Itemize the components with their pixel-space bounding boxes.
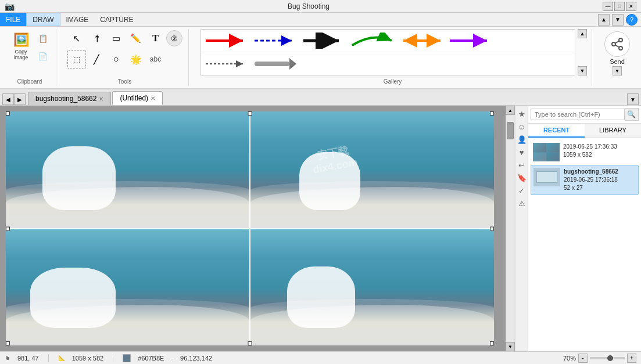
maximize-button[interactable]: □ xyxy=(614,2,625,11)
tab2-close[interactable]: ✕ xyxy=(151,95,155,102)
right-icons-panel: ★ ☺ 👤 ♥ ↩ 🔖 ✓ ⚠ xyxy=(515,106,528,351)
tab-bar: ◀ ▶ bugshooting_58662 ✕ (Untitled) ✕ ▼ xyxy=(0,89,641,106)
svg-line-12 xyxy=(615,41,619,44)
purple-arrow[interactable] xyxy=(447,33,494,49)
title-bar: 📷 Bug Shooting — □ ✕ xyxy=(0,0,641,13)
image-cell-4 xyxy=(250,229,494,346)
tab-dropdown-button[interactable]: ▼ xyxy=(627,93,639,105)
orange-double-arrow[interactable] xyxy=(399,33,445,49)
svg-point-8 xyxy=(619,38,622,42)
vertical-scrollbar: ▲ ▼ xyxy=(506,106,515,351)
color-rgb: 96,123,142 xyxy=(180,355,212,362)
scroll-down-button[interactable]: ▼ xyxy=(506,342,515,351)
library-tab[interactable]: LIBRARY xyxy=(585,124,641,138)
clipboard-extra-button[interactable]: 📄 xyxy=(35,48,51,64)
number-tool-button[interactable]: ② xyxy=(166,30,182,46)
zoom-out-button[interactable]: - xyxy=(578,354,588,363)
menu-file[interactable]: FILE xyxy=(0,13,26,26)
person-icon[interactable]: 👤 xyxy=(516,134,528,145)
zoom-slider[interactable] xyxy=(590,357,625,359)
handle-ml[interactable] xyxy=(6,226,10,230)
copy-image-button[interactable]: 🖼️ Copy image xyxy=(8,29,34,64)
arrow-style-8[interactable] xyxy=(252,56,299,72)
image-dimensions: 1059 x 582 xyxy=(72,355,103,362)
bookmark-icon[interactable]: 🔖 xyxy=(516,172,528,183)
status-sep-1 xyxy=(48,354,49,362)
tools-row-1: ↖ ↗ ▭ ✏️ T ② xyxy=(67,29,182,48)
tab1-close[interactable]: ✕ xyxy=(99,96,103,102)
search-button[interactable]: 🔍 xyxy=(625,108,639,121)
zoom-in-button[interactable]: + xyxy=(627,354,636,363)
clipboard-group: 🖼️ Copy image 📋 📄 Clipboard xyxy=(3,29,56,86)
send-button[interactable] xyxy=(604,31,630,57)
gallery-label: Gallery xyxy=(384,78,402,85)
gallery-arrows-area xyxy=(200,29,575,75)
tab-scroll-left[interactable]: ◀ xyxy=(2,93,14,105)
warning-icon[interactable]: ⚠ xyxy=(516,197,528,209)
scroll-track[interactable] xyxy=(506,116,514,341)
thumbnail-item-2[interactable]: bugshooting_58662 2019-06-25 17:36:18 52… xyxy=(531,165,639,195)
red-arrow[interactable] xyxy=(203,33,250,49)
smiley-icon[interactable]: ☺ xyxy=(516,121,528,132)
horse-image-4 xyxy=(250,229,494,346)
rect-tool-button[interactable]: ▭ xyxy=(107,29,126,48)
thumbnail-item-1[interactable]: 2019-06-25 17:36:33 1059 x 582 xyxy=(531,140,639,164)
menu-image[interactable]: IMAGE xyxy=(60,13,95,26)
gallery-scroll-up[interactable]: ▲ xyxy=(578,29,587,38)
scroll-thumb[interactable] xyxy=(507,122,514,139)
panel-content: 2019-06-25 17:36:33 1059 x 582 bugshooti… xyxy=(528,138,641,351)
handle-br[interactable] xyxy=(490,341,494,345)
main-area: 安下载dix4.com xyxy=(0,106,641,351)
star-tool-button[interactable]: 🌟 xyxy=(127,50,145,69)
tools-group: ↖ ↗ ▭ ✏️ T ② ⬚ ╱ ○ 🌟 abc Tools xyxy=(61,29,189,86)
pen-tool-button[interactable]: ✏️ xyxy=(127,29,145,48)
check-icon[interactable]: ✓ xyxy=(516,185,528,196)
line-tool-button[interactable]: ╱ xyxy=(87,50,106,69)
nav-up-button[interactable]: ▲ xyxy=(598,14,610,26)
canvas-scroll-area[interactable]: 安下载dix4.com xyxy=(0,106,506,351)
handle-tl[interactable] xyxy=(6,111,10,116)
horse-image-2: 安下载dix4.com xyxy=(250,111,494,228)
ellipse-tool-button[interactable]: ○ xyxy=(107,50,126,69)
svg-line-11 xyxy=(615,45,619,48)
select-tool-button[interactable]: ↖ xyxy=(67,29,86,48)
handle-tr[interactable] xyxy=(490,111,494,116)
arrow-tool-button[interactable]: ↗ xyxy=(83,25,109,51)
label-tool-button[interactable]: abc xyxy=(146,50,165,69)
arrow-style-7[interactable] xyxy=(203,56,250,72)
status-sep-2 xyxy=(113,354,113,362)
horse-image-1 xyxy=(6,111,249,228)
minimize-button[interactable]: — xyxy=(603,2,613,11)
select2-tool-button[interactable]: ⬚ xyxy=(67,50,86,69)
blue-dashed-arrow[interactable] xyxy=(252,33,299,49)
menu-draw[interactable]: DRAW xyxy=(26,13,60,26)
gallery-scroll-down[interactable]: ▼ xyxy=(578,66,587,75)
help-button[interactable]: ? xyxy=(626,14,638,26)
nav-down-button[interactable]: ▼ xyxy=(612,14,624,26)
back-icon[interactable]: ↩ xyxy=(516,159,528,171)
tab-untitled[interactable]: (Untitled) ✕ xyxy=(112,91,163,105)
heart-icon[interactable]: ♥ xyxy=(516,146,528,158)
black-arrow[interactable] xyxy=(301,33,348,49)
scroll-up-button[interactable]: ▲ xyxy=(506,106,515,115)
handle-bm[interactable] xyxy=(248,341,252,345)
close-button[interactable]: ✕ xyxy=(626,2,636,11)
tab-bugshooting[interactable]: bugshooting_58662 ✕ xyxy=(28,92,111,105)
green-curve-arrow[interactable] xyxy=(350,33,396,49)
text-tool-button[interactable]: T xyxy=(146,29,165,48)
send-expand-button[interactable]: ▼ xyxy=(613,66,622,75)
handle-mr[interactable] xyxy=(490,226,494,230)
thumbnail-info-1: 2019-06-25 17:36:33 1059 x 582 xyxy=(563,143,617,161)
tab-scroll-right[interactable]: ▶ xyxy=(14,93,26,105)
handle-bl[interactable] xyxy=(6,341,10,345)
recent-tab[interactable]: RECENT xyxy=(528,124,585,138)
paste-button[interactable]: 📋 xyxy=(35,30,51,46)
star-icon[interactable]: ★ xyxy=(516,108,528,120)
thumbnail-size-2: 52 x 27 xyxy=(564,184,618,192)
zoom-thumb[interactable] xyxy=(607,355,613,361)
handle-tm[interactable] xyxy=(248,111,252,116)
search-input[interactable] xyxy=(531,109,625,120)
send-group: Send ▼ xyxy=(597,29,638,86)
image-cell-3 xyxy=(6,229,249,346)
menu-capture[interactable]: CAPTURE xyxy=(94,13,139,26)
